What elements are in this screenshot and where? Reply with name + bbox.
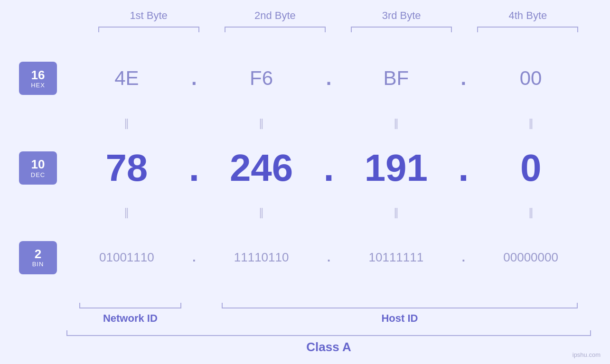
bracket-line-2: [225, 27, 326, 32]
host-id-label: Host ID: [381, 312, 418, 325]
bin-badge: 2 BIN: [19, 241, 57, 274]
dec-byte-2: 246: [201, 146, 322, 190]
dec-values: 78 . 246 . 191 . 0: [66, 146, 591, 190]
network-id-bracket: [79, 303, 181, 308]
hex-byte-4: 00: [470, 67, 591, 90]
network-id-label: Network ID: [103, 312, 158, 325]
class-label: Class A: [66, 340, 591, 355]
bin-byte-2: 11110110: [201, 250, 322, 265]
sep-2-3: ‖: [336, 206, 457, 219]
id-bracket-row: Network ID Host ID: [19, 303, 591, 325]
bin-row: 2 BIN 01001110 . 11110110 . 10111111 . 0…: [19, 221, 591, 294]
dec-badge: 10 DEC: [19, 151, 57, 185]
sep-1-3: ‖: [336, 117, 457, 130]
byte-labels-row: 1st Byte 2nd Byte 3rd Byte 4th Byte: [19, 9, 591, 22]
hex-base-name: HEX: [31, 82, 45, 89]
hex-values: 4E . F6 . BF . 00: [66, 67, 591, 90]
bracket-2: [212, 27, 338, 32]
bin-dot-3: .: [456, 250, 470, 265]
hex-base-number: 16: [31, 68, 45, 82]
main-container: 1st Byte 2nd Byte 3rd Byte 4th Byte 16 H…: [0, 0, 610, 364]
dec-byte-3: 191: [336, 146, 457, 190]
bin-byte-1: 01001110: [66, 250, 187, 265]
bin-byte-3: 10111111: [336, 250, 457, 265]
bottom-section: Network ID Host ID Class A: [19, 299, 591, 355]
separator-row-1: ‖ ‖ ‖ ‖: [19, 115, 591, 131]
hex-byte-1: 4E: [66, 67, 187, 90]
hex-byte-2: F6: [201, 67, 322, 90]
sep-1-1: ‖: [66, 117, 187, 130]
class-row: Class A: [19, 330, 591, 355]
dec-base-number: 10: [31, 158, 45, 171]
bin-byte-4: 00000000: [470, 250, 591, 265]
byte-label-1: 1st Byte: [85, 9, 212, 22]
hex-row: 16 HEX 4E . F6 . BF . 00: [19, 42, 591, 115]
top-bracket-row: [19, 27, 591, 32]
bracket-4: [465, 27, 591, 32]
bracket-line-4: [477, 27, 578, 32]
bracket-line-3: [351, 27, 452, 32]
bin-dot-2: .: [322, 250, 336, 265]
byte-label-4: 4th Byte: [465, 9, 591, 22]
bin-dot-1: .: [187, 250, 201, 265]
sep-2-2: ‖: [201, 206, 322, 219]
dec-byte-1: 78: [66, 146, 187, 190]
byte-label-2: 2nd Byte: [212, 9, 338, 22]
bin-values: 01001110 . 11110110 . 10111111 . 0000000…: [66, 250, 591, 265]
bracket-3: [338, 27, 465, 32]
dec-dot-1: .: [187, 146, 201, 190]
bracket-line-1: [98, 27, 199, 32]
network-id-container: Network ID: [66, 303, 194, 325]
host-id-container: Host ID: [208, 303, 591, 325]
dec-row: 10 DEC 78 . 246 . 191 . 0: [19, 131, 591, 205]
byte-label-3: 3rd Byte: [338, 9, 465, 22]
host-id-bracket: [222, 303, 578, 308]
bin-base-number: 2: [35, 247, 41, 261]
bracket-1: [85, 27, 212, 32]
sep-2-4: ‖: [470, 206, 591, 219]
bin-base-name: BIN: [32, 261, 44, 268]
class-bracket: [66, 330, 591, 336]
hex-dot-2: .: [322, 67, 336, 90]
sep-1-4: ‖: [470, 117, 591, 130]
sep-1-2: ‖: [201, 117, 322, 130]
hex-dot-3: .: [456, 67, 470, 90]
watermark: ipshu.com: [572, 351, 601, 358]
separator-row-2: ‖ ‖ ‖ ‖: [19, 205, 591, 221]
dec-base-name: DEC: [31, 171, 45, 178]
hex-byte-3: BF: [336, 67, 457, 90]
sep-2-1: ‖: [66, 206, 187, 219]
hex-badge: 16 HEX: [19, 62, 57, 95]
hex-dot-1: .: [187, 67, 201, 90]
dec-byte-4: 0: [470, 146, 591, 190]
dec-dot-3: .: [456, 146, 470, 190]
dec-dot-2: .: [322, 146, 336, 190]
